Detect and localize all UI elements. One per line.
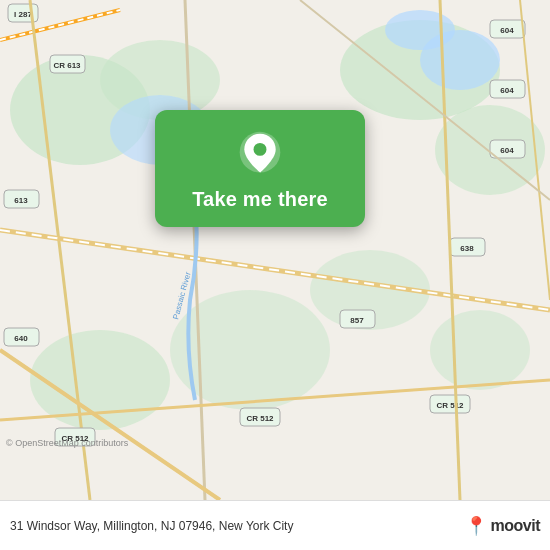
take-me-there-button[interactable]: Take me there bbox=[192, 188, 328, 211]
svg-text:604: 604 bbox=[500, 86, 514, 95]
svg-text:638: 638 bbox=[460, 244, 474, 253]
address-text: 31 Windsor Way, Millington, NJ 07946, Ne… bbox=[10, 519, 465, 533]
svg-text:I 287: I 287 bbox=[14, 10, 32, 19]
svg-text:857: 857 bbox=[350, 316, 364, 325]
svg-text:604: 604 bbox=[500, 146, 514, 155]
svg-text:CR 613: CR 613 bbox=[53, 61, 81, 70]
svg-point-6 bbox=[385, 10, 455, 50]
moovit-pin-icon: 📍 bbox=[465, 515, 487, 537]
map-background: I 287 613 CR 613 CR 512 CR 512 CR 512 64… bbox=[0, 0, 550, 500]
osm-credit: © OpenStreetMap contributors bbox=[6, 438, 128, 448]
svg-text:613: 613 bbox=[14, 196, 28, 205]
svg-text:CR 512: CR 512 bbox=[246, 414, 274, 423]
moovit-logo: 📍 moovit bbox=[465, 515, 540, 537]
svg-text:604: 604 bbox=[500, 26, 514, 35]
map-container: I 287 613 CR 613 CR 512 CR 512 CR 512 64… bbox=[0, 0, 550, 500]
svg-text:CR 512: CR 512 bbox=[436, 401, 464, 410]
svg-point-51 bbox=[254, 143, 267, 156]
svg-point-11 bbox=[430, 310, 530, 390]
svg-text:640: 640 bbox=[14, 334, 28, 343]
bottom-bar: 31 Windsor Way, Millington, NJ 07946, Ne… bbox=[0, 500, 550, 550]
location-pin-icon bbox=[236, 130, 284, 178]
moovit-brand-text: moovit bbox=[491, 517, 540, 535]
popup-card[interactable]: Take me there bbox=[155, 110, 365, 227]
